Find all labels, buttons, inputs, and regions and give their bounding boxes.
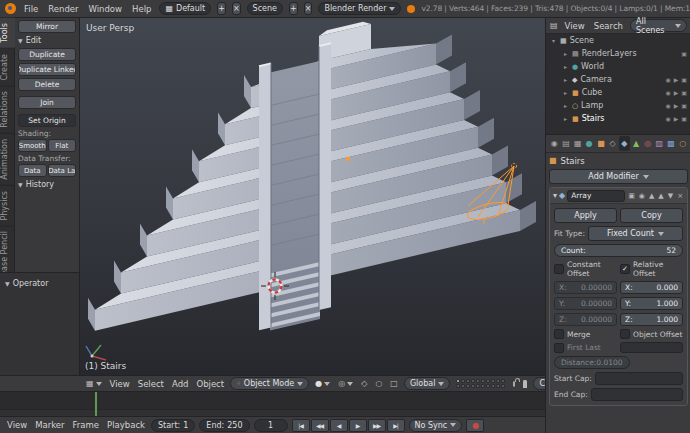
current-frame-field[interactable]: 1 — [254, 419, 288, 432]
history-panel-header[interactable]: ▼ History — [18, 180, 76, 189]
eye-icon[interactable]: ◉ — [665, 76, 670, 83]
count-slider[interactable]: Count: 52 — [554, 244, 683, 257]
manipulator-scale-toggle[interactable]: □ — [388, 377, 400, 390]
outliner-row-lamp[interactable]: ▸ ○ Lamp ◉ ▶ ▣ — [546, 99, 690, 112]
scene-selector[interactable]: Scene — [247, 2, 283, 15]
merge-distance-slider[interactable]: Distance: 0.0100 — [554, 356, 630, 369]
selectable-icon[interactable]: ▶ — [674, 102, 679, 109]
tab-world-icon[interactable]: ● — [584, 136, 595, 151]
merge-checkbox[interactable]: Merge — [554, 329, 617, 339]
constant-z-field[interactable]: Z: 0.00000 — [554, 313, 617, 326]
vp-menu-add[interactable]: Add — [170, 379, 190, 389]
eye-icon[interactable]: ◉ — [665, 102, 670, 109]
prev-keyframe-button[interactable]: ◀◀ — [311, 419, 329, 432]
transfer-data-layout-button[interactable]: Data La — [48, 164, 77, 177]
modifier-edit-toggle[interactable]: ▲ — [648, 192, 655, 200]
duplicate-button[interactable]: Duplicate — [18, 48, 76, 61]
play-reverse-button[interactable]: ◀ — [330, 419, 348, 432]
selectable-icon[interactable]: ▶ — [674, 115, 679, 122]
render-engine-dropdown[interactable]: Blender Render — [318, 2, 401, 15]
stairs-object-model[interactable] — [88, 22, 536, 331]
add-scene-button[interactable]: + — [289, 2, 298, 15]
tl-menu-view[interactable]: View — [5, 420, 29, 430]
relative-z-field[interactable]: Z: 1.000 — [620, 313, 683, 326]
tab-data-icon[interactable]: ▲ — [631, 136, 642, 151]
add-modifier-dropdown[interactable]: Add Modifier — [549, 169, 688, 184]
delete-layout-button[interactable]: × — [232, 2, 241, 15]
delete-scene-button[interactable]: × — [304, 2, 313, 15]
outliner-row-world[interactable]: ▸ ● World — [546, 60, 690, 73]
mode-dropdown[interactable]: ◦ Object Mode — [230, 377, 309, 390]
lock-icon[interactable] — [513, 381, 515, 387]
timeline-strip[interactable] — [0, 391, 545, 416]
screen-layout-selector[interactable]: ▦ Default — [159, 2, 211, 15]
render-toggle-icon[interactable]: ▣ — [681, 115, 687, 122]
move-up-button[interactable]: ▲ — [657, 192, 664, 200]
record-button[interactable]: ● — [466, 419, 484, 432]
tab-relations[interactable]: Relations — [0, 86, 15, 134]
tab-particles-icon[interactable]: ▩ — [666, 136, 677, 151]
duplicate-linked-button[interactable]: Duplicate Linked — [18, 63, 76, 76]
vp-menu-select[interactable]: Select — [136, 379, 166, 389]
first-last-checkbox[interactable]: First Last — [554, 342, 617, 353]
tab-texture-icon[interactable]: ▨ — [654, 136, 665, 151]
operator-panel-header[interactable]: ▼ Operator — [5, 279, 74, 288]
offset-object-field[interactable] — [620, 342, 683, 353]
tab-scene-icon[interactable]: ▦ — [572, 136, 583, 151]
shade-smooth-button[interactable]: Smooth — [18, 139, 47, 152]
snap-target-dropdown[interactable]: Closest — [533, 377, 545, 390]
render-toggle-icon[interactable]: ▣ — [681, 76, 687, 83]
tab-tools[interactable]: Tools — [0, 18, 15, 49]
tree-closed-icon[interactable]: ▸ — [562, 50, 569, 57]
tl-menu-playback[interactable]: Playback — [105, 420, 147, 430]
tab-constraints-icon[interactable]: ◇ — [607, 136, 618, 151]
menu-file[interactable]: File — [22, 4, 40, 14]
outliner-menu-view[interactable]: View — [563, 21, 587, 31]
render-toggle-icon[interactable]: ▣ — [681, 89, 687, 96]
frame-start-field[interactable]: Start: 1 — [151, 419, 195, 432]
next-keyframe-button[interactable]: ▶▶ — [368, 419, 386, 432]
render-toggle-icon[interactable]: ▣ — [681, 102, 687, 109]
relative-offset-checkbox[interactable]: ✓ Relative Offset — [620, 260, 683, 278]
outliner-menu-search[interactable]: Search — [592, 21, 625, 31]
add-layout-button[interactable]: + — [217, 2, 226, 15]
tab-material-icon[interactable]: ◎ — [642, 136, 653, 151]
editor-type-selector[interactable]: ▦ — [84, 377, 104, 390]
set-origin-menu[interactable]: Set Origin — [18, 114, 76, 127]
snap-magnet-icon[interactable] — [523, 380, 527, 388]
constant-offset-checkbox[interactable]: Constant Offset — [554, 260, 617, 278]
layers-widget[interactable] — [456, 379, 505, 388]
edit-panel-header[interactable]: ▼ Edit — [18, 36, 76, 45]
move-down-button[interactable]: ▼ — [667, 192, 674, 200]
tree-closed-icon[interactable]: ▸ — [562, 102, 569, 109]
start-cap-field[interactable] — [595, 372, 683, 385]
relative-x-field[interactable]: X: 0.000 — [620, 281, 683, 294]
selectable-icon[interactable]: ▶ — [674, 89, 679, 96]
pivot-point-dropdown[interactable]: ◎ — [336, 377, 355, 390]
tab-render-icon[interactable]: ◉ — [549, 136, 560, 151]
tree-closed-icon[interactable]: ▸ — [562, 115, 569, 122]
tab-animation[interactable]: Animation — [0, 134, 15, 186]
join-button[interactable]: Join — [18, 96, 76, 109]
play-button[interactable]: ▶ — [349, 419, 367, 432]
outliner-editor-icon[interactable]: ▤ — [550, 22, 558, 30]
menu-help[interactable]: Help — [130, 4, 153, 14]
constant-y-field[interactable]: Y: 0.00000 — [554, 297, 617, 310]
vp-menu-view[interactable]: View — [108, 379, 132, 389]
tl-menu-marker[interactable]: Marker — [33, 420, 66, 430]
tab-create[interactable]: Create — [0, 49, 15, 87]
tab-physics-icon[interactable]: ○ — [677, 136, 688, 151]
eye-icon[interactable]: ◉ — [665, 89, 670, 96]
manipulator-rotate-toggle[interactable]: ○ — [373, 377, 384, 390]
outliner-row-scene[interactable]: ▾ ▦ Scene — [546, 34, 690, 47]
menu-window[interactable]: Window — [87, 4, 125, 14]
selectable-icon[interactable]: ▶ — [674, 76, 679, 83]
delete-button[interactable]: Delete — [18, 78, 76, 91]
orientation-dropdown[interactable]: Global — [404, 377, 451, 390]
tab-object-icon[interactable]: ■ — [596, 136, 607, 151]
sync-dropdown[interactable]: No Sync — [409, 419, 463, 432]
delete-modifier-button[interactable]: × — [676, 192, 684, 200]
jump-end-button[interactable]: ▶| — [387, 419, 405, 432]
outliner-display-dropdown[interactable]: All Scenes — [630, 19, 687, 32]
render-toggle-icon[interactable]: ▣ — [681, 50, 687, 57]
